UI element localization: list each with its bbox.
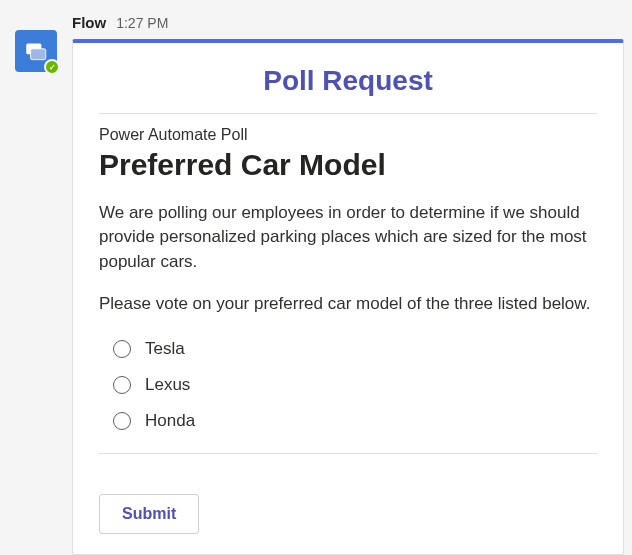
poll-description: We are polling our employees in order to…: [99, 201, 597, 275]
presence-available-icon: [44, 59, 60, 75]
submit-button[interactable]: Submit: [99, 494, 199, 534]
flow-icon: [23, 38, 49, 64]
card-title: Poll Request: [99, 65, 597, 97]
left-gutter: [0, 0, 72, 555]
message-main: Flow 1:27 PM Poll Request Power Automate…: [72, 0, 632, 555]
poll-option[interactable]: Lexus: [113, 367, 597, 403]
poll-option[interactable]: Honda: [113, 403, 597, 439]
divider: [99, 113, 597, 114]
radio-icon: [113, 340, 131, 358]
card-subtitle: Power Automate Poll: [99, 126, 597, 144]
poll-option[interactable]: Tesla: [113, 331, 597, 367]
app-icon-wrapper: [15, 30, 57, 72]
message-header: Flow 1:27 PM: [72, 0, 624, 39]
option-label: Tesla: [145, 339, 185, 359]
message-timestamp: 1:27 PM: [116, 15, 168, 31]
poll-question: Preferred Car Model: [99, 148, 597, 183]
sender-name: Flow: [72, 14, 106, 31]
divider: [99, 453, 597, 454]
radio-icon: [113, 412, 131, 430]
adaptive-card: Poll Request Power Automate Poll Preferr…: [72, 39, 624, 555]
poll-options: Tesla Lexus Honda: [113, 331, 597, 439]
option-label: Lexus: [145, 375, 190, 395]
radio-icon: [113, 376, 131, 394]
poll-instruction: Please vote on your preferred car model …: [99, 292, 597, 317]
svg-rect-1: [31, 49, 46, 60]
option-label: Honda: [145, 411, 195, 431]
